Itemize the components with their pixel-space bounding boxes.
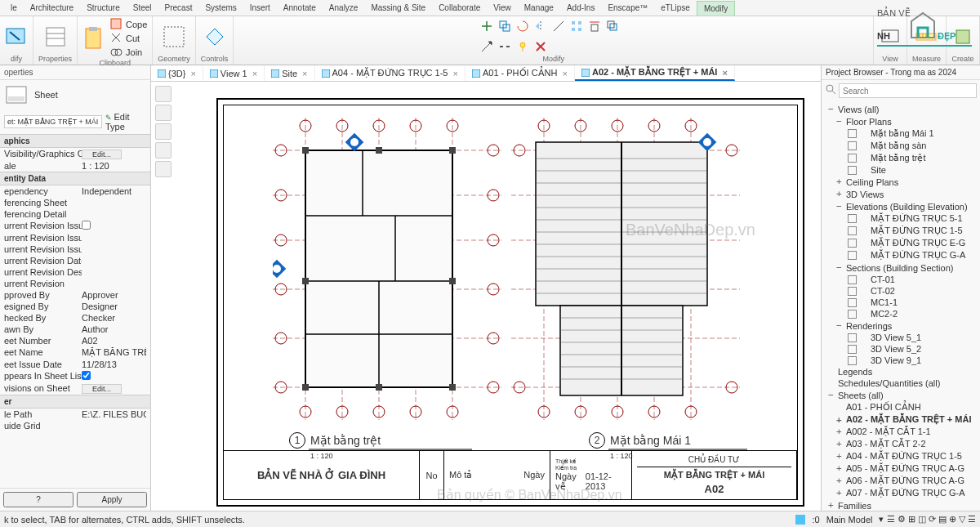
plan-ground-floor[interactable] — [273, 118, 501, 420]
sheet-type-input[interactable] — [4, 115, 102, 128]
edit-btn[interactable]: Edit... — [82, 384, 122, 394]
view-tab[interactable]: A02 - MẶT BẰNG TRỆT + MÁI× — [575, 65, 735, 81]
ribbon-tab-structure[interactable]: Structure — [80, 1, 127, 15]
view-tab[interactable]: A01 - PHỐI CẢNH× — [466, 65, 575, 81]
close-icon[interactable]: × — [452, 69, 457, 78]
tree-node[interactable]: +A06 - MẶT ĐỨNG TRỤC A-G — [825, 475, 977, 487]
ribbon-tab-systems[interactable]: Systems — [198, 1, 243, 15]
ribbon-tab-architecture[interactable]: Architecture — [24, 1, 80, 15]
ribbon-tab-le[interactable]: le — [4, 1, 24, 15]
properties-icon[interactable] — [44, 25, 67, 48]
tree-node[interactable]: +A04 - MẶT ĐỨNG TRỤC 1-5 — [825, 450, 977, 462]
split-icon[interactable] — [498, 40, 511, 53]
tree-node[interactable]: −Elevations (Building Elevation) — [825, 200, 977, 212]
tree-node[interactable]: +A05 - MẶT ĐỨNG TRỤC A-G — [825, 462, 977, 475]
modify-icon[interactable] — [5, 25, 28, 48]
copy-icon[interactable] — [498, 20, 511, 33]
close-icon[interactable]: × — [302, 69, 307, 78]
tree-node[interactable]: MẶT ĐỨNG TRỤC G-A — [825, 249, 977, 261]
delete-icon[interactable] — [534, 40, 547, 53]
cope-btn[interactable]: Cope — [110, 18, 147, 31]
tree-node[interactable]: −Views (all) — [825, 103, 977, 115]
ribbon-tab-collaborate[interactable]: Collaborate — [432, 1, 487, 15]
prop-row[interactable]: hecked ByChecker — [0, 312, 150, 324]
prop-row[interactable]: urrent Revision Issued — [0, 220, 150, 232]
tree-node[interactable]: +Ceiling Plans — [825, 176, 977, 188]
rotate-icon[interactable] — [516, 20, 529, 33]
controls-icon[interactable] — [203, 25, 226, 48]
tree-node[interactable]: MẶT ĐỨNG TRỤC 5-1 — [825, 212, 977, 225]
tree-node[interactable]: MC2-2 — [825, 308, 977, 319]
browser-tree[interactable]: −Views (all)−Floor PlansMặt bằng Mái 1Mặ… — [822, 101, 980, 511]
ribbon-tab-steel[interactable]: Steel — [127, 1, 158, 15]
tree-node[interactable]: +A07 - MẶT ĐỨNG TRỤC G-A — [825, 487, 977, 499]
close-icon[interactable]: × — [190, 69, 195, 78]
ribbon-tab-massing-site[interactable]: Massing & Site — [364, 1, 432, 15]
offset-icon[interactable] — [606, 20, 619, 33]
ribbon-tab-etlipse[interactable]: eTLipse — [654, 1, 697, 15]
align-icon[interactable] — [588, 20, 601, 33]
tree-node[interactable]: +A03 - MẶT CẮT 2-2 — [825, 438, 977, 450]
cut-btn[interactable]: Cut — [110, 32, 147, 45]
status-tools[interactable]: ▾ ☰ ⚙ ⊞ ◫ ⟳ ▤ ⊕ ▽ ☰ — [879, 514, 976, 525]
prop-row[interactable]: ferencing Sheet — [0, 197, 150, 208]
prop-row[interactable]: urrent Revision Descripti.. — [0, 266, 150, 278]
view-tab[interactable]: A04 - MẶT ĐỨNG TRỤC 1-5× — [315, 65, 466, 81]
ribbon-tab-manage[interactable]: Manage — [518, 1, 560, 15]
sheet-type-header[interactable]: Sheet — [0, 80, 150, 109]
tree-node[interactable]: MẶT ĐỨNG TRỤC 1-5 — [825, 225, 977, 237]
sheet-frame[interactable]: 1Mặt bằng trệt 1 : 120 2Mặt bằng Mái 1 1… — [216, 98, 804, 507]
activate-icon[interactable] — [163, 25, 185, 48]
prop-row[interactable]: urrent Revision Issued By — [0, 232, 150, 243]
status-model[interactable]: Main Model — [826, 515, 873, 525]
ribbon-tab-enscape-[interactable]: Enscape™ — [601, 1, 654, 15]
prop-row[interactable]: eet Issue Date11/28/13 — [0, 359, 150, 370]
view-tab[interactable]: Site× — [265, 65, 314, 81]
drawing-canvas[interactable]: 1Mặt bằng trệt 1 : 120 2Mặt bằng Mái 1 1… — [151, 82, 821, 511]
tree-node[interactable]: 3D View 9_1 — [825, 355, 977, 366]
view-tab[interactable]: View 1× — [203, 65, 265, 81]
tree-node[interactable]: 3D View 5_2 — [825, 343, 977, 355]
view-tab[interactable]: {3D}× — [151, 65, 203, 81]
prop-row[interactable]: visions on SheetEdit... — [0, 382, 150, 395]
tree-node[interactable]: Site — [825, 164, 977, 176]
move-icon[interactable] — [480, 20, 493, 33]
prop-row[interactable]: Visibility/Graphics Overrid..Edit... — [0, 148, 150, 160]
tree-node[interactable]: +A02 - MẶT BẰNG TRỆT + MÁI — [825, 413, 977, 426]
prop-row[interactable]: urrent Revision — [0, 278, 150, 289]
tree-node[interactable]: +Families — [825, 499, 977, 511]
tree-node[interactable]: +A002 - MẶT CẮT 1-1 — [825, 426, 977, 438]
tree-node[interactable]: CT-01 — [825, 274, 977, 285]
pin-icon[interactable] — [516, 40, 529, 53]
ribbon-tab-precast[interactable]: Precast — [158, 1, 199, 15]
tree-node[interactable]: +3D Views — [825, 188, 977, 200]
scale-icon[interactable] — [480, 40, 493, 53]
prop-section-graphics[interactable]: aphics — [0, 134, 150, 148]
status-icon[interactable] — [795, 515, 805, 525]
props-help-btn[interactable]: ? — [3, 492, 74, 507]
mirror-icon[interactable] — [534, 20, 547, 33]
browser-search[interactable] — [839, 83, 977, 98]
ribbon-tab-modify[interactable]: Modify — [697, 1, 735, 16]
array-icon[interactable] — [570, 20, 583, 33]
prop-row[interactable]: eet NameMẶT BẰNG TRỆT + MÁI — [0, 346, 150, 359]
prop-row[interactable]: ependencyIndependent — [0, 185, 150, 197]
prop-row[interactable]: le PathE:\Z. FILES BUON BAN\NH... — [0, 409, 150, 420]
prop-row[interactable]: pproved ByApprover — [0, 289, 150, 301]
props-apply-btn[interactable]: Apply — [77, 492, 147, 507]
prop-row[interactable]: awn ByAuthor — [0, 324, 150, 335]
close-icon[interactable]: × — [252, 69, 257, 78]
tree-node[interactable]: MẶT ĐỨNG TRỤC E-G — [825, 237, 977, 249]
ribbon-tab-add-ins[interactable]: Add-Ins — [560, 1, 601, 15]
tree-node[interactable]: Mặt bằng sàn — [825, 140, 977, 152]
tree-node[interactable]: −Sections (Building Section) — [825, 261, 977, 274]
prop-checkbox[interactable] — [82, 371, 91, 380]
prop-row[interactable]: ale1 : 120 — [0, 160, 150, 172]
tree-node[interactable]: −Sheets (all) — [825, 389, 977, 401]
prop-section-other[interactable]: er — [0, 395, 150, 409]
close-icon[interactable]: × — [722, 68, 727, 78]
ribbon-tab-insert[interactable]: Insert — [243, 1, 277, 15]
prop-row[interactable]: uide Grid — [0, 420, 150, 431]
tree-node[interactable]: Mặt bằng trệt — [825, 152, 977, 164]
tree-node[interactable]: Legends — [825, 366, 977, 377]
